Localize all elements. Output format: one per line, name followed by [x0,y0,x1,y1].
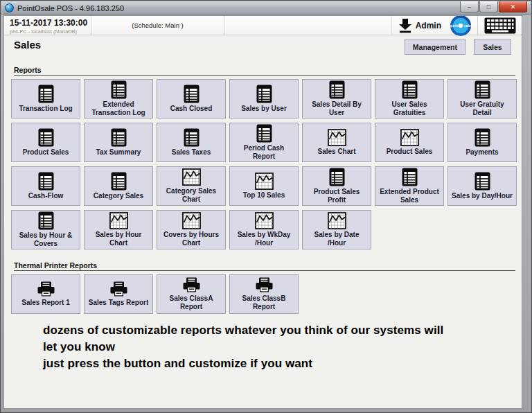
report-button-label: User Gratuity Detail [450,100,514,117]
datetime-cell: 15-11-2017 13:30:00 phil-PC - localhost … [4,16,91,35]
keyboard-button[interactable] [477,16,522,35]
nav-button-group: Management Sales [405,39,511,55]
report-button-label: Covers by Hours Chart [159,231,223,247]
admin-label: Admin [416,21,441,30]
report-button-label: Transaction Log [19,105,72,113]
table-icon [256,85,272,103]
printer-icon [36,281,56,297]
report-button-tax-summary[interactable]: Tax Summary [84,123,153,162]
keyboard-icon [484,17,516,34]
report-button-sales-by-user[interactable]: Sales by User [229,79,299,118]
report-button-product-sales[interactable]: Product Sales [375,123,444,162]
report-button-top-10-sales[interactable]: Top 10 Sales [229,166,299,206]
pointosale-logo-icon: point o sale [450,15,472,36]
report-button-sales-tags-report[interactable]: Sales Tags Report [84,274,153,314]
thermal-section-rule [14,270,515,271]
table-icon [38,172,54,191]
report-button-sales-detail-by-user[interactable]: Sales Detail By User [302,79,371,118]
admin-button[interactable]: Admin [391,16,447,35]
report-button-category-sales-chart[interactable]: Category Sales Chart [157,166,226,206]
report-button-sales-classa-report[interactable]: Sales ClassA Report [157,274,226,314]
printer-icon [109,281,129,297]
report-button-label: Top 10 Sales [243,191,285,200]
report-button-label: Sales ClassA Report [159,295,223,311]
chart-icon [328,129,346,146]
thermal-grid: Sales Report 1Sales Tags ReportSales Cla… [11,274,517,314]
report-button-extended-transaction-log[interactable]: Extended Transaction Log [84,79,153,118]
chart-icon [328,212,346,229]
report-button-label: Sales Report 1 [21,299,69,307]
table-icon [111,80,127,99]
chart-icon [182,168,201,186]
table-icon [38,211,54,230]
report-button-period-cash-report[interactable]: Period Cash Report [229,123,299,162]
report-button-user-sales-gratuities[interactable]: User Sales Gratuities [375,79,444,118]
table-icon [475,128,490,147]
report-button-user-gratuity-detail[interactable]: User Gratuity Detail [447,79,517,118]
window-titlebar[interactable]: PointOsale POS - 4.96.183.250 – □ ✕ [1,1,531,15]
report-button-label: Product Sales [23,148,69,157]
report-button-payments[interactable]: Payments [447,123,517,162]
report-button-label: Sales by WkDay /Hour [232,231,296,247]
report-button-covers-by-hours-chart[interactable]: Covers by Hours Chart [157,210,226,249]
client-area: 15-11-2017 13:30:00 phil-PC - localhost … [3,15,522,409]
report-button-category-sales[interactable]: Category Sales [84,166,153,206]
report-button-label: Product Sales Profit [305,188,369,204]
table-icon [38,85,54,103]
report-button-sales-report-1[interactable]: Sales Report 1 [11,274,80,314]
report-button-sales-by-date-hour[interactable]: Sales by Date /Hour [302,210,371,249]
printer-icon [181,277,202,293]
minimize-button[interactable]: – [460,1,479,12]
report-button-extended-product-sales[interactable]: Extended Product Sales [375,166,444,206]
report-button-sales-by-wkday-hour[interactable]: Sales by WkDay /Hour [229,210,299,249]
chart-icon [182,212,201,229]
report-button-label: Sales Tags Report [89,299,149,307]
report-button-sales-taxes[interactable]: Sales Taxes [157,123,226,162]
table-icon [111,172,127,191]
window-controls: – □ ✕ [460,1,527,12]
table-icon [329,80,345,99]
report-button-label: Product Sales [387,148,433,156]
table-icon [402,80,418,99]
report-button-sales-by-day-hour[interactable]: Sales by Day/Hour [447,166,517,206]
chart-icon [255,212,274,229]
report-button-sales-by-hour-chart[interactable]: Sales by Hour Chart [84,210,153,249]
report-button-transaction-log[interactable]: Transaction Log [11,79,80,118]
host-text: phil-PC - localhost (MariaDB) [10,28,91,35]
report-button-label: Cash Closed [170,105,213,113]
report-button-product-sales[interactable]: Product Sales [11,123,80,162]
header-spacer [224,16,391,35]
table-icon [475,172,490,191]
maximize-button[interactable]: □ [479,1,498,12]
table-icon [402,168,418,186]
report-button-product-sales-profit[interactable]: Product Sales Profit [302,166,371,206]
report-button-label: Period Cash Report [232,144,296,161]
report-button-label: Cash-Flow [28,192,64,200]
report-button-cash-flow[interactable]: Cash-Flow [11,166,80,206]
report-button-sales-classb-report[interactable]: Sales ClassB Report [229,274,299,314]
table-icon [111,128,127,147]
report-button-label: Sales by Day/Hour [452,192,513,200]
report-button-label: Sales by Hour Chart [87,231,150,247]
report-button-sales-chart[interactable]: Sales Chart [302,123,371,162]
app-icon [5,3,14,12]
thermal-section-label: Thermal Printer Reports [14,261,97,270]
report-button-label: Sales Detail By User [305,100,369,117]
report-button-label: Sales by Date /Hour [305,231,369,247]
caption-line-3: just press the button and customize if y… [43,355,443,372]
report-button-label: Category Sales Chart [159,187,223,204]
table-icon [184,128,200,147]
sales-button[interactable]: Sales [474,39,511,55]
report-button-label: Category Sales [94,192,143,200]
report-button-sales-by-hour-covers[interactable]: Sales by Hour & Covers [11,210,80,249]
management-button[interactable]: Management [405,39,466,55]
report-button-label: User Sales Gratuities [378,100,441,117]
reports-section-label: Reports [14,66,42,74]
datetime-text: 15-11-2017 13:30:00 [10,18,91,28]
logo-text: point o sale [450,15,472,36]
chart-icon [255,173,274,190]
reports-section-rule [14,75,515,76]
report-button-cash-closed[interactable]: Cash Closed [157,79,226,118]
chart-icon [400,129,419,146]
close-button[interactable]: ✕ [499,1,527,12]
